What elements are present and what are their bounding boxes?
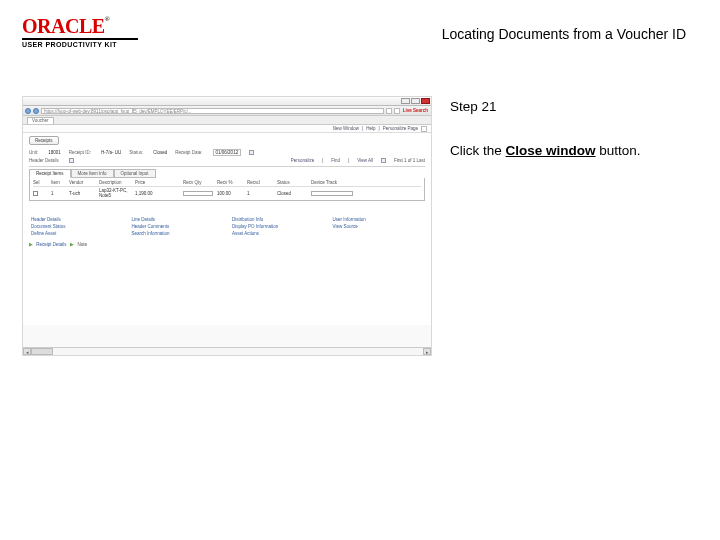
browser-tab[interactable]: Voucher	[27, 117, 54, 124]
related-links: Header Details Line Details Distribution…	[29, 217, 425, 236]
instr-post: button.	[596, 143, 641, 158]
minimize-button[interactable]	[401, 98, 410, 104]
link-search-information[interactable]: Search Information	[132, 231, 223, 236]
col-desc: Description	[99, 180, 131, 185]
cell-desc: Lap32-KT-PC, Note5	[99, 188, 131, 198]
link-header-details[interactable]: Header Details	[31, 217, 122, 222]
personalize-link[interactable]: Personalize	[291, 158, 315, 163]
link-user-information[interactable]: User Information	[333, 217, 424, 222]
status-label: Status:	[129, 150, 143, 155]
col-item: Item	[51, 180, 65, 185]
lesson-title: Locating Documents from a Voucher ID	[442, 16, 686, 42]
tab-more-item-info[interactable]: More Item Info	[71, 169, 114, 178]
refresh-icon[interactable]	[386, 108, 392, 114]
close-window-button[interactable]	[421, 98, 430, 104]
scroll-track[interactable]	[31, 348, 423, 355]
maximize-button[interactable]	[411, 98, 420, 104]
receipt-id-value: H-7/a- UU	[101, 150, 121, 155]
unit-value: 18001	[48, 150, 61, 155]
viewall-link[interactable]: View All	[357, 158, 373, 163]
expand-icon-2: ▶	[70, 242, 74, 247]
header-details-icon[interactable]	[69, 158, 74, 163]
app-screenshot: https://fsup-uf-web-dev:8911/psp/app_fsu…	[22, 96, 432, 356]
oracle-logo-block: ORACLE® USER PRODUCTIVITY KIT	[22, 16, 162, 48]
cell-vendor: T-uch	[69, 191, 95, 196]
step-instruction: Click the Close window button.	[450, 140, 698, 162]
tab-receipt-items[interactable]: Receipt Items	[29, 169, 71, 178]
horizontal-scrollbar[interactable]: ◂ ▸	[23, 347, 431, 355]
link-new-window[interactable]: New Window	[333, 126, 359, 131]
http-icon	[421, 126, 427, 132]
app-toolbar: New Window | Help | Personalize Page	[23, 125, 431, 133]
link-asset-actions[interactable]: Asset Actions	[232, 231, 323, 236]
detail-tabs: Receipt Items More Item Info Optional In…	[29, 169, 425, 178]
receipt-id-label: Receipt ID:	[69, 150, 91, 155]
link-personalize[interactable]: Personalize Page	[383, 126, 418, 131]
cell-rcvd: 1	[247, 191, 273, 196]
link-document-status[interactable]: Document Status	[31, 224, 122, 229]
browser-address-bar: https://fsup-uf-web-dev:8911/psp/app_fsu…	[23, 106, 431, 116]
scroll-left-icon[interactable]: ◂	[23, 348, 31, 355]
search-field[interactable]	[394, 108, 400, 114]
row-range: First 1 of 1 Last	[394, 158, 425, 163]
link-define-asset[interactable]: Define Asset	[31, 231, 122, 236]
url-field[interactable]: https://fsup-uf-web-dev:8911/psp/app_fsu…	[41, 108, 384, 114]
cell-status: Closed	[277, 191, 307, 196]
row-select-checkbox[interactable]	[33, 191, 38, 196]
calendar-icon[interactable]	[249, 150, 254, 155]
col-vendor: Vendor	[69, 180, 95, 185]
header-subrow: Header Details Personalize | Find | View…	[29, 157, 425, 164]
app-content: Receipts Unit: 18001 Receipt ID: H-7/a- …	[23, 133, 431, 325]
table-row: 1 T-uch Lap32-KT-PC, Note5 1,190.00 100.…	[33, 187, 421, 198]
grid-icon[interactable]	[381, 158, 386, 163]
col-rcvd: Recvd	[247, 180, 273, 185]
header-details-label: Header Details	[29, 158, 59, 163]
col-rqty: Recv Qty	[183, 180, 213, 185]
cell-item: 1	[51, 191, 65, 196]
receipt-details-expander[interactable]: ▶ Receipt Details ▶ Note	[29, 242, 425, 247]
link-distribution-info[interactable]: Distribution Info	[232, 217, 323, 222]
logo-divider	[22, 38, 138, 40]
link-display-po-info[interactable]: Display PO Information	[232, 224, 323, 229]
header-info-row: Unit: 18001 Receipt ID: H-7/a- UU Status…	[29, 148, 425, 157]
expand-note: Note	[78, 242, 88, 247]
link-header-comments[interactable]: Header Comments	[132, 224, 223, 229]
receipt-date-label: Receipt Date:	[175, 150, 202, 155]
link-line-details[interactable]: Line Details	[132, 217, 223, 222]
cell-recv-pct: 100.00	[217, 191, 243, 196]
status-value: Closed	[153, 150, 167, 155]
link-view-source[interactable]: View Source	[333, 224, 424, 229]
expand-icon: ▶	[29, 242, 33, 247]
instruction-panel: Step 21 Click the Close window button.	[450, 96, 698, 356]
link-help[interactable]: Help	[366, 126, 375, 131]
col-price: Price	[135, 180, 179, 185]
col-status: Status	[277, 180, 307, 185]
unit-label: Unit:	[29, 150, 38, 155]
col-track: Device Track	[311, 180, 353, 185]
instr-target: Close window	[506, 143, 596, 158]
live-search-label: Live Search	[402, 108, 429, 113]
tab-optional-input[interactable]: Optional Input	[114, 169, 156, 178]
cell-price: 1,190.00	[135, 191, 179, 196]
product-name: USER PRODUCTIVITY KIT	[22, 41, 162, 48]
expand-label: Receipt Details	[36, 242, 66, 247]
step-label: Step 21	[450, 96, 698, 118]
receipt-date-field[interactable]: 01/06/2012	[213, 149, 242, 156]
cell-recv-qty[interactable]	[183, 191, 213, 196]
detail-tab-panel: Sel Item Vendor Description Price Recv Q…	[29, 178, 425, 201]
nav-forward-icon[interactable]	[33, 108, 39, 114]
find-link[interactable]: Find	[331, 158, 340, 163]
oracle-wordmark: ORACLE®	[22, 16, 162, 36]
window-titlebar	[23, 97, 431, 106]
nav-back-icon[interactable]	[25, 108, 31, 114]
scroll-thumb[interactable]	[31, 348, 53, 355]
cell-device-track[interactable]	[311, 191, 353, 196]
browser-tab-strip: Voucher	[23, 116, 431, 125]
instr-pre: Click the	[450, 143, 506, 158]
receipts-button[interactable]: Receipts	[29, 136, 59, 145]
grid-header: Sel Item Vendor Description Price Recv Q…	[33, 180, 421, 187]
col-sel: Sel	[33, 180, 47, 185]
scroll-right-icon[interactable]: ▸	[423, 348, 431, 355]
col-rpct: Recv %	[217, 180, 243, 185]
